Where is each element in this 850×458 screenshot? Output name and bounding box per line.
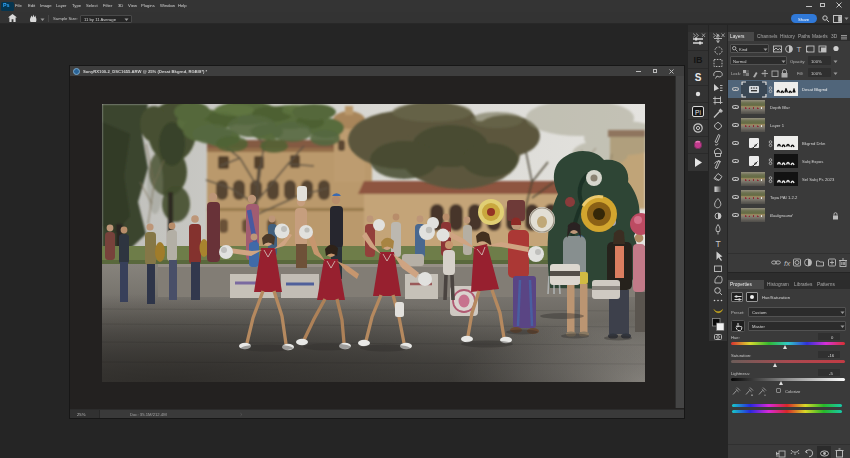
svg-text:IB: IB	[694, 55, 704, 65]
svg-text:T: T	[797, 45, 802, 53]
svg-text:fx: fx	[784, 259, 791, 268]
svg-text:T: T	[715, 239, 720, 249]
svg-text:S: S	[695, 72, 702, 83]
svg-text:Pi: Pi	[695, 109, 701, 116]
